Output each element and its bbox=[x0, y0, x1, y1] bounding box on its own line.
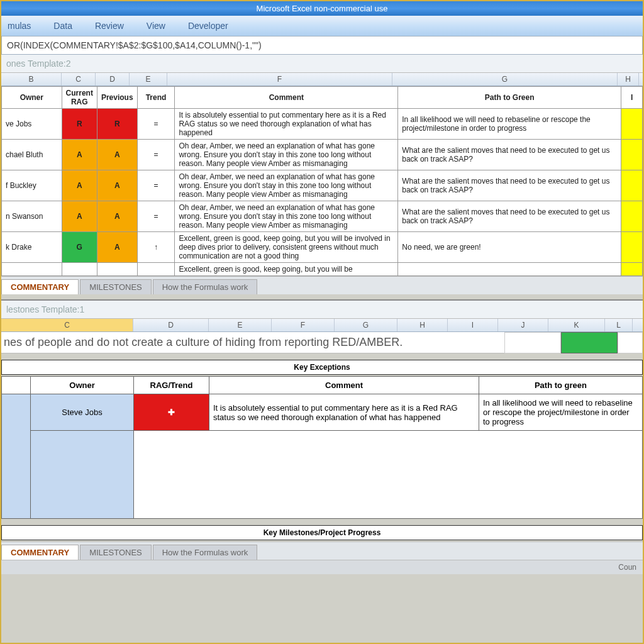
cell-current-rag[interactable]: A bbox=[62, 140, 97, 170]
cell-trend[interactable] bbox=[137, 263, 175, 276]
rag-status-table: Owner Current RAG Previous Trend Comment… bbox=[1, 86, 643, 276]
cell-yellow[interactable] bbox=[621, 263, 643, 276]
col-g[interactable]: G bbox=[392, 73, 618, 86]
hdr-previous: Previous bbox=[97, 87, 137, 109]
col2-f[interactable]: F bbox=[272, 319, 335, 331]
table-row[interactable]: chael BluthAA=Oh dear, Amber, we need an… bbox=[2, 140, 643, 170]
cell-current-rag[interactable]: A bbox=[62, 170, 97, 201]
cell-yellow[interactable] bbox=[621, 109, 643, 140]
key-exceptions-table: Owner RAG/Trend Comment Path to green St… bbox=[1, 376, 643, 519]
hdr-current-rag: Current RAG bbox=[62, 87, 97, 109]
formula-bar[interactable]: OR(INDEX(COMMENTARY!$A$2:$G$100,$A14,COL… bbox=[1, 36, 643, 55]
cell-owner[interactable]: f Buckley bbox=[2, 170, 62, 201]
tab-milestones-2[interactable]: MILESTONES bbox=[80, 545, 152, 560]
col2-k[interactable]: K bbox=[548, 319, 605, 331]
col-e[interactable]: E bbox=[130, 73, 167, 86]
cell-comment[interactable]: Oh dear, Amber, we need an explanation o… bbox=[175, 201, 398, 232]
cell-owner[interactable]: chael Bluth bbox=[2, 140, 62, 170]
cell-trend[interactable]: = bbox=[137, 140, 175, 170]
col-f[interactable]: F bbox=[167, 73, 392, 86]
kex-row[interactable]: Steve Jobs ✚ It is absolutely essential … bbox=[2, 394, 643, 431]
cell-trend[interactable]: = bbox=[137, 201, 175, 232]
tab-how-1[interactable]: How the Formulas work bbox=[153, 279, 258, 294]
cell-owner[interactable]: ve Jobs bbox=[2, 109, 62, 140]
cell-prev-rag[interactable]: A bbox=[97, 170, 137, 201]
cell-current-rag[interactable]: A bbox=[62, 201, 97, 232]
col2-h[interactable]: H bbox=[397, 319, 448, 331]
col-d[interactable]: D bbox=[96, 73, 130, 86]
cell-owner[interactable]: n Swanson bbox=[2, 201, 62, 232]
table-row[interactable]: n SwansonAA=Oh dear, Amber, we need an e… bbox=[2, 201, 643, 232]
green-indicator-cell[interactable] bbox=[561, 332, 618, 353]
tab-view[interactable]: View bbox=[147, 21, 165, 31]
cell-trend[interactable]: = bbox=[137, 109, 175, 140]
cell-trend[interactable]: ↑ bbox=[137, 232, 175, 263]
cell-path[interactable]: What are the salient moves that need to … bbox=[398, 201, 621, 232]
kex-hdr-path: Path to green bbox=[479, 377, 643, 394]
kex-owner[interactable]: Steve Jobs bbox=[31, 394, 134, 431]
cell-comment[interactable]: Excellent, green is good, keep going, bu… bbox=[175, 263, 398, 276]
cell-yellow[interactable] bbox=[621, 232, 643, 263]
cell-path[interactable]: What are the salient moves that need to … bbox=[398, 140, 621, 170]
hdr-path: Path to Green bbox=[398, 87, 621, 109]
window-title: Microsoft Excel non-commercial use bbox=[1, 1, 643, 16]
col-b[interactable]: B bbox=[1, 73, 62, 86]
kex-hdr-owner: Owner bbox=[31, 377, 134, 394]
cell-comment[interactable]: Oh dear, Amber, we need an explanation o… bbox=[175, 170, 398, 201]
col2-i[interactable]: I bbox=[448, 319, 498, 331]
cell-owner[interactable]: k Drake bbox=[2, 232, 62, 263]
cell-yellow[interactable] bbox=[621, 170, 643, 201]
cell-path[interactable]: In all likelihood we will need to rebase… bbox=[398, 109, 621, 140]
col-h[interactable]: H bbox=[618, 73, 639, 86]
cell-current-rag[interactable]: R bbox=[62, 109, 97, 140]
cell-path[interactable]: What are the salient moves that need to … bbox=[398, 170, 621, 201]
culture-note: nes of people and do not create a cultur… bbox=[1, 332, 504, 353]
cell-yellow[interactable] bbox=[621, 140, 643, 170]
col2-g[interactable]: G bbox=[335, 319, 397, 331]
kex-empty-owner[interactable] bbox=[31, 431, 134, 519]
cell-prev-rag[interactable]: A bbox=[97, 201, 137, 232]
col2-e[interactable]: E bbox=[209, 319, 272, 331]
tab-commentary-1[interactable]: COMMENTARY bbox=[1, 279, 79, 294]
col-c[interactable]: C bbox=[62, 73, 96, 86]
tab-review[interactable]: Review bbox=[95, 21, 124, 31]
tab-milestones-1[interactable]: MILESTONES bbox=[80, 279, 152, 294]
tab-formulas[interactable]: mulas bbox=[8, 21, 31, 31]
col2-c[interactable]: C bbox=[1, 319, 133, 331]
table-row[interactable]: Excellent, green is good, keep going, bu… bbox=[2, 263, 643, 276]
cell-prev-rag[interactable]: R bbox=[97, 109, 137, 140]
col2-d[interactable]: D bbox=[133, 319, 209, 331]
kex-selector[interactable] bbox=[2, 394, 31, 519]
tab-developer[interactable]: Developer bbox=[188, 21, 228, 31]
cell-prev-rag[interactable]: A bbox=[97, 232, 137, 263]
cell-yellow[interactable] bbox=[621, 201, 643, 232]
cell-current-rag[interactable] bbox=[62, 263, 97, 276]
cell-comment[interactable]: Oh dear, Amber, we need an explanation o… bbox=[175, 140, 398, 170]
cell-comment[interactable]: It is absolutely essential to put commen… bbox=[175, 109, 398, 140]
col2-l[interactable]: L bbox=[605, 319, 633, 331]
status-bar: Coun bbox=[1, 560, 643, 574]
cell-path[interactable]: No need, we are green! bbox=[398, 232, 621, 263]
cell-current-rag[interactable]: G bbox=[62, 232, 97, 263]
cell-comment[interactable]: Excellent, green is good, keep going, bu… bbox=[175, 232, 398, 263]
table-row[interactable]: f BuckleyAA=Oh dear, Amber, we need an e… bbox=[2, 170, 643, 201]
hdr-owner: Owner bbox=[2, 87, 62, 109]
cell-prev-rag[interactable]: A bbox=[97, 140, 137, 170]
col2-j[interactable]: J bbox=[498, 319, 548, 331]
kex-comment[interactable]: It is absolutely essential to put commen… bbox=[209, 394, 479, 431]
hdr-i: I bbox=[621, 87, 643, 109]
tab-data[interactable]: Data bbox=[53, 21, 72, 31]
cell-prev-rag[interactable] bbox=[97, 263, 137, 276]
workbook-name-2: lestones Template:1 bbox=[1, 301, 643, 319]
kex-empty[interactable] bbox=[134, 431, 643, 519]
tab-commentary-2[interactable]: COMMENTARY bbox=[1, 545, 79, 560]
table-row[interactable]: ve JobsRR=It is absolutely essential to … bbox=[2, 109, 643, 140]
cell-path[interactable] bbox=[398, 263, 621, 276]
sheet-tabs-2: COMMENTARY MILESTONES How the Formulas w… bbox=[1, 541, 643, 560]
table-row[interactable]: k DrakeGA↑Excellent, green is good, keep… bbox=[2, 232, 643, 263]
tab-how-2[interactable]: How the Formulas work bbox=[153, 545, 258, 560]
cell-owner[interactable] bbox=[2, 263, 62, 276]
kex-path[interactable]: In all likelihood we will need to rebase… bbox=[479, 394, 643, 431]
kex-rag-icon[interactable]: ✚ bbox=[134, 394, 209, 431]
cell-trend[interactable]: = bbox=[137, 170, 175, 201]
